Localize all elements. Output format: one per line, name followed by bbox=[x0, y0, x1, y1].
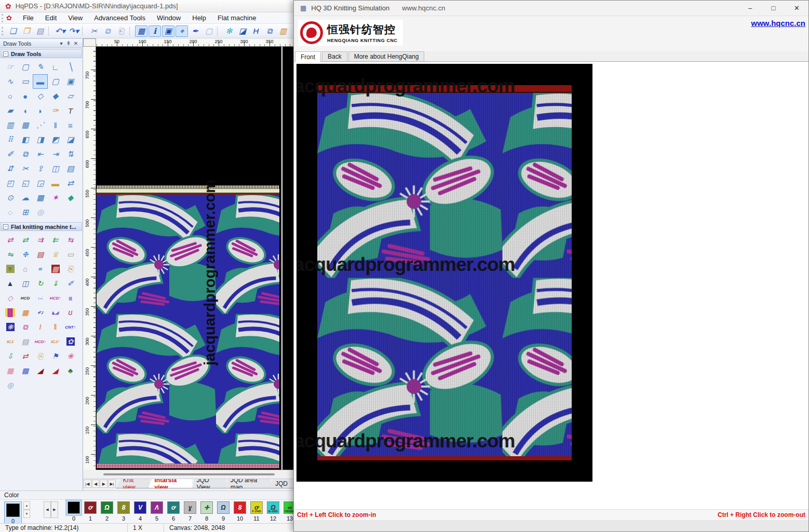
hcd-up-2-tool[interactable]: HCD↑ bbox=[33, 334, 48, 349]
shield-button[interactable]: ◪ bbox=[236, 25, 249, 37]
menu-item[interactable]: Window bbox=[151, 12, 186, 23]
multi-grid-tool[interactable]: ⊞ bbox=[18, 205, 33, 220]
overlap-squares-tool[interactable]: ⧉ bbox=[18, 320, 33, 334]
pen-tool-button[interactable]: ✒ bbox=[189, 25, 201, 37]
arrow-plant-tool[interactable]: ⇩ bbox=[3, 349, 18, 363]
rotate-green-tool[interactable]: ↻ bbox=[33, 276, 48, 291]
frame-inner-tool[interactable]: ◱ bbox=[18, 176, 33, 190]
distribute-columns-tool[interactable]: ⇵ bbox=[3, 161, 18, 176]
filled-rounded-rect-tool[interactable]: ▣ bbox=[63, 74, 78, 89]
move-down-rows-tool[interactable]: ↓-↓ bbox=[33, 291, 48, 305]
panel-pin-icon[interactable]: ǂ bbox=[65, 40, 72, 46]
transform-tool[interactable]: ▩ bbox=[33, 190, 48, 205]
hcd-insert-tool[interactable]: HCD bbox=[18, 291, 33, 305]
polygon-tool[interactable]: ◖ bbox=[18, 103, 33, 118]
snow-tile-tool[interactable]: ❋ bbox=[3, 320, 18, 334]
wide-eraser-tool[interactable]: ▬ bbox=[48, 176, 63, 190]
tab-nav-next-icon[interactable]: ▶ bbox=[100, 480, 107, 488]
frame-box-tool[interactable]: ◲ bbox=[33, 176, 48, 190]
color-swatch-10[interactable]: 8 10 bbox=[232, 501, 248, 522]
color-swatch-3[interactable]: 8 3 bbox=[115, 501, 132, 522]
toolbar-separator[interactable] bbox=[82, 26, 86, 36]
download-tool[interactable]: ⇓ bbox=[48, 276, 63, 291]
yarn-brush-tool[interactable]: ❉ bbox=[18, 247, 33, 262]
color-swatch-8[interactable]: ✛ 8 bbox=[198, 501, 215, 522]
ibeam-tool[interactable]: I bbox=[33, 320, 48, 334]
chart-button[interactable]: ▥ bbox=[277, 25, 289, 37]
minimize-icon[interactable]: – bbox=[738, 1, 762, 16]
fill-pattern-tool[interactable]: ◨ bbox=[33, 132, 48, 147]
parallelogram-tool[interactable]: ▱ bbox=[63, 89, 78, 103]
toolbar-separator[interactable] bbox=[217, 26, 221, 36]
line-tool[interactable]: ╲ bbox=[63, 60, 78, 74]
jacquard-pattern[interactable] bbox=[97, 185, 279, 468]
filled-rectangle-tool[interactable]: ▬ bbox=[33, 74, 48, 89]
transfer-right-tool[interactable]: ⇉ bbox=[33, 233, 48, 247]
palette-next-icon[interactable]: ▶ bbox=[51, 501, 58, 518]
vertical-stripes-tool[interactable]: ▥ bbox=[3, 118, 18, 132]
t-shirt-tool[interactable]: ⌂ bbox=[18, 262, 33, 276]
magic-wand-tool[interactable]: ✶ bbox=[48, 190, 63, 205]
m-a-marks-tool[interactable]: ◣◢ bbox=[48, 305, 63, 320]
paste-button[interactable]: ⎗ bbox=[115, 25, 127, 37]
rounded-rect-tool[interactable]: ▢ bbox=[48, 74, 63, 89]
eraser-tool[interactable]: ◆ bbox=[63, 190, 78, 205]
flower-tile-tool[interactable]: ✿ bbox=[63, 334, 78, 349]
panel-close-icon[interactable]: ✕ bbox=[72, 40, 79, 46]
pen-fill-tool[interactable]: ✐ bbox=[3, 147, 18, 161]
redo-button[interactable]: ↷▾ bbox=[68, 25, 80, 37]
triangle-red-tool[interactable]: ◢ bbox=[48, 363, 63, 378]
color-spin-down-icon[interactable]: ▼ bbox=[23, 510, 30, 518]
pattern-canvas[interactable]: jacquardprogrammer.com bbox=[96, 47, 294, 470]
frame-left-tool[interactable]: ◰ bbox=[3, 176, 18, 190]
transfer-split-tool[interactable]: ⇋ bbox=[3, 247, 18, 262]
color-swatch-9[interactable]: Ω 9 bbox=[215, 501, 232, 522]
eyedropper-tool[interactable]: ✑ bbox=[48, 103, 63, 118]
yarn-loop-tool[interactable]: ʊ bbox=[63, 305, 78, 320]
pages-button[interactable]: ⧉ bbox=[263, 25, 276, 37]
stripe-orange-tool[interactable]: ▦ bbox=[18, 305, 33, 320]
delete-rows-tool[interactable]: ✂ bbox=[18, 161, 33, 176]
filled-parallelogram-tool[interactable]: ▰ bbox=[3, 103, 18, 118]
marquee-button[interactable]: ▢ bbox=[203, 25, 215, 37]
scrollbar-thumb[interactable] bbox=[103, 473, 275, 475]
duplicate-tool[interactable]: ⧉ bbox=[18, 147, 33, 161]
collapse-icon[interactable]: − bbox=[3, 224, 8, 229]
menu-item[interactable]: Flat machine bbox=[212, 12, 262, 23]
frame-bottom-tool[interactable]: ▤ bbox=[63, 161, 78, 176]
diamond-tool[interactable]: ◇ bbox=[33, 89, 48, 103]
bed-view-tool[interactable]: ▤ bbox=[18, 334, 33, 349]
tree-tool[interactable]: ♣ bbox=[63, 363, 78, 378]
marquee-select-tool[interactable]: ▢ bbox=[18, 60, 33, 74]
draw-tools-section-header[interactable]: − Draw Tools bbox=[1, 49, 82, 58]
transfer-left-tool[interactable]: ⇇ bbox=[48, 233, 63, 247]
color-swatch-1[interactable]: ơ 1 bbox=[82, 501, 99, 522]
curve-tool[interactable]: ∿ bbox=[3, 74, 18, 89]
horizontal-bars-tool[interactable]: ≡ bbox=[63, 118, 78, 132]
color-swatch-6[interactable]: ơ 6 bbox=[165, 501, 182, 522]
pattern-flower-button[interactable]: ✻ bbox=[223, 25, 235, 37]
filled-diamond-tool[interactable]: ◆ bbox=[48, 89, 63, 103]
crown-link-tool[interactable]: ♕ bbox=[48, 247, 63, 262]
fill-gradient-tool[interactable]: ◩ bbox=[48, 132, 63, 147]
diagonal-dots-tool[interactable]: ⋰ bbox=[33, 118, 48, 132]
dot-grid-tool[interactable]: ▦ bbox=[18, 118, 33, 132]
info-toggle[interactable]: ℹ bbox=[149, 25, 161, 37]
tab-nav-first-icon[interactable]: |◀ bbox=[84, 480, 91, 488]
save-button[interactable]: ▤ bbox=[34, 25, 46, 37]
stitch-pair-tool[interactable]: ❀ bbox=[63, 349, 78, 363]
color-swatch-12[interactable]: ΩB-2ND 12 bbox=[265, 501, 281, 522]
cnt-up-tool[interactable]: CNT↑ bbox=[63, 320, 78, 334]
lasso-tool[interactable]: ◌ bbox=[3, 205, 18, 220]
transfer-mix-tool[interactable]: ⇆ bbox=[63, 233, 78, 247]
select-tool[interactable]: ☞ bbox=[3, 60, 18, 74]
menu-item[interactable]: Help bbox=[186, 12, 212, 23]
rectangle-tool[interactable]: ▭ bbox=[18, 74, 33, 89]
stripe-yellow-magenta-tool[interactable]: ▐▌ bbox=[3, 305, 18, 320]
align-left-tool[interactable]: ⇤ bbox=[33, 147, 48, 161]
distribute-rows-tool[interactable]: ⇅ bbox=[63, 147, 78, 161]
orange-bars-tool[interactable]: ‖ bbox=[48, 320, 63, 334]
filled-polygon-tool[interactable]: ◗ bbox=[33, 103, 48, 118]
swap-colors-tool[interactable]: ⇄ bbox=[63, 176, 78, 190]
pencil-tool[interactable]: ✎ bbox=[33, 60, 48, 74]
